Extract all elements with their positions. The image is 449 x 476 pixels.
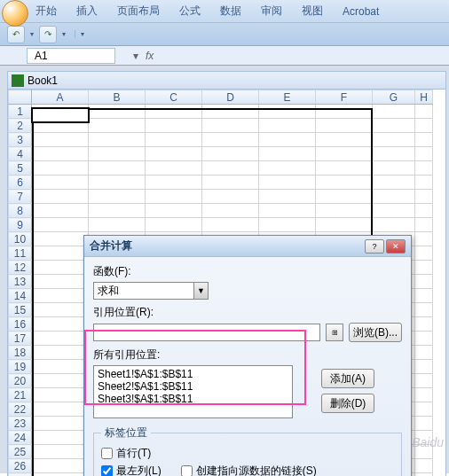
row-header[interactable]: 6 xyxy=(9,176,32,190)
chevron-down-icon[interactable]: ▼ xyxy=(193,283,208,299)
help-button[interactable]: ? xyxy=(365,239,384,254)
name-box-value: A1 xyxy=(35,50,48,62)
create-links-label: 创建指向源数据的链接(S) xyxy=(196,464,317,476)
row-header[interactable]: 9 xyxy=(9,218,32,232)
row-header[interactable]: 11 xyxy=(9,246,32,261)
list-item[interactable]: Sheet1!$A$1:$B$11 xyxy=(98,368,288,380)
quick-access-toolbar: ↶ ▾ ↷ ▾ ▾ xyxy=(0,23,449,46)
qat-undo-button[interactable]: ↶ xyxy=(7,26,25,43)
tab-data[interactable]: 数据 xyxy=(217,2,245,20)
col-header[interactable]: F xyxy=(316,90,373,105)
top-row-checkbox[interactable] xyxy=(101,448,113,459)
row-header[interactable]: 23 xyxy=(9,417,32,431)
reference-label: 引用位置(R): xyxy=(93,305,402,320)
all-references-label: 所有引用位置: xyxy=(93,347,402,363)
workbook-titlebar[interactable]: Book1 xyxy=(7,71,446,89)
formula-bar: A1 ▾ fx xyxy=(0,46,449,66)
col-header[interactable]: C xyxy=(146,90,202,105)
fx-icon[interactable]: fx xyxy=(146,50,154,62)
consolidate-dialog: 合并计算 ? ✕ 函数(F): 求和 ▼ 引用位置(R): ⊞ 浏览(B)...… xyxy=(83,235,412,476)
col-header[interactable]: D xyxy=(202,90,259,105)
name-box[interactable]: A1 xyxy=(27,48,115,64)
qat-redo-dropdown-icon[interactable]: ▾ xyxy=(60,30,67,38)
qat-undo-dropdown-icon[interactable]: ▾ xyxy=(28,30,35,38)
qat-redo-button[interactable]: ↷ xyxy=(39,26,57,43)
workbook-title: Book1 xyxy=(28,74,58,87)
row-header[interactable]: 8 xyxy=(9,204,32,218)
row-header[interactable]: 18 xyxy=(9,346,32,360)
list-item[interactable]: Sheet2!$A$1:$B$11 xyxy=(98,380,288,393)
tab-view[interactable]: 视图 xyxy=(298,2,327,20)
row-header[interactable]: 12 xyxy=(9,261,32,275)
tab-review[interactable]: 审阅 xyxy=(257,2,286,20)
browse-button[interactable]: 浏览(B)... xyxy=(349,323,402,342)
row-header[interactable]: 27 xyxy=(9,473,32,477)
row-header[interactable]: 7 xyxy=(9,190,32,204)
row-header[interactable]: 2 xyxy=(9,119,32,133)
labels-fieldset: 标签位置 首行(T) 最左列(L) 创建指向源数据的链接(S) xyxy=(93,425,402,476)
col-header[interactable]: G xyxy=(373,90,415,105)
row-header[interactable]: 26 xyxy=(9,459,32,473)
row-header[interactable]: 19 xyxy=(9,360,32,374)
row-header[interactable]: 10 xyxy=(9,232,32,246)
tab-insert[interactable]: 插入 xyxy=(73,2,101,20)
row-header[interactable]: 13 xyxy=(9,275,32,289)
function-combobox[interactable]: 求和 ▼ xyxy=(93,282,209,300)
row-header[interactable]: 21 xyxy=(9,388,32,402)
function-value: 求和 xyxy=(98,284,119,299)
left-col-label: 最左列(L) xyxy=(116,464,161,476)
qat-customize-icon[interactable]: ▾ xyxy=(75,30,86,38)
watermark: Baidu xyxy=(412,435,444,449)
tab-layout[interactable]: 页面布局 xyxy=(114,2,163,20)
tab-acrobat[interactable]: Acrobat xyxy=(339,4,382,20)
col-header[interactable]: A xyxy=(32,90,89,105)
select-all-corner[interactable] xyxy=(9,90,32,105)
labels-legend: 标签位置 xyxy=(101,425,151,441)
delete-button[interactable]: 删除(D) xyxy=(321,394,374,413)
row-header[interactable]: 16 xyxy=(9,317,32,332)
dialog-title: 合并计算 xyxy=(90,238,132,254)
left-col-checkbox[interactable] xyxy=(101,465,113,476)
row-header[interactable]: 4 xyxy=(9,147,32,161)
range-picker-icon[interactable]: ⊞ xyxy=(326,324,343,341)
office-button[interactable] xyxy=(2,0,28,27)
row-header[interactable]: 1 xyxy=(9,105,32,119)
tab-home[interactable]: 开始 xyxy=(32,2,60,20)
top-row-label: 首行(T) xyxy=(116,446,151,461)
col-header[interactable]: E xyxy=(259,90,316,105)
add-button[interactable]: 添加(A) xyxy=(321,369,374,388)
row-header[interactable]: 20 xyxy=(9,374,32,388)
function-label: 函数(F): xyxy=(93,264,402,279)
row-header[interactable]: 24 xyxy=(9,431,32,445)
row-header[interactable]: 15 xyxy=(9,303,32,317)
row-header[interactable]: 14 xyxy=(9,289,32,303)
row-header[interactable]: 25 xyxy=(9,445,32,459)
row-header[interactable]: 5 xyxy=(9,161,32,176)
col-header[interactable]: H xyxy=(415,90,433,105)
references-listbox[interactable]: Sheet1!$A$1:$B$11 Sheet2!$A$1:$B$11 Shee… xyxy=(93,365,293,418)
row-header[interactable]: 22 xyxy=(9,402,32,417)
ribbon-tabs: 开始 插入 页面布局 公式 数据 审阅 视图 Acrobat xyxy=(0,0,449,23)
row-header[interactable]: 3 xyxy=(9,133,32,147)
create-links-checkbox[interactable] xyxy=(181,465,193,476)
list-item[interactable]: Sheet3!$A$1:$B$11 xyxy=(98,393,288,405)
active-cell[interactable] xyxy=(31,107,90,123)
tab-formula[interactable]: 公式 xyxy=(176,2,204,20)
row-header[interactable]: 17 xyxy=(9,332,32,346)
excel-file-icon xyxy=(12,74,24,87)
col-header[interactable]: B xyxy=(89,90,146,105)
close-button[interactable]: ✕ xyxy=(386,239,406,254)
fx-dropdown-icon[interactable]: ▾ xyxy=(133,50,138,62)
reference-input[interactable] xyxy=(93,324,320,341)
dialog-titlebar[interactable]: 合并计算 ? ✕ xyxy=(84,236,411,257)
